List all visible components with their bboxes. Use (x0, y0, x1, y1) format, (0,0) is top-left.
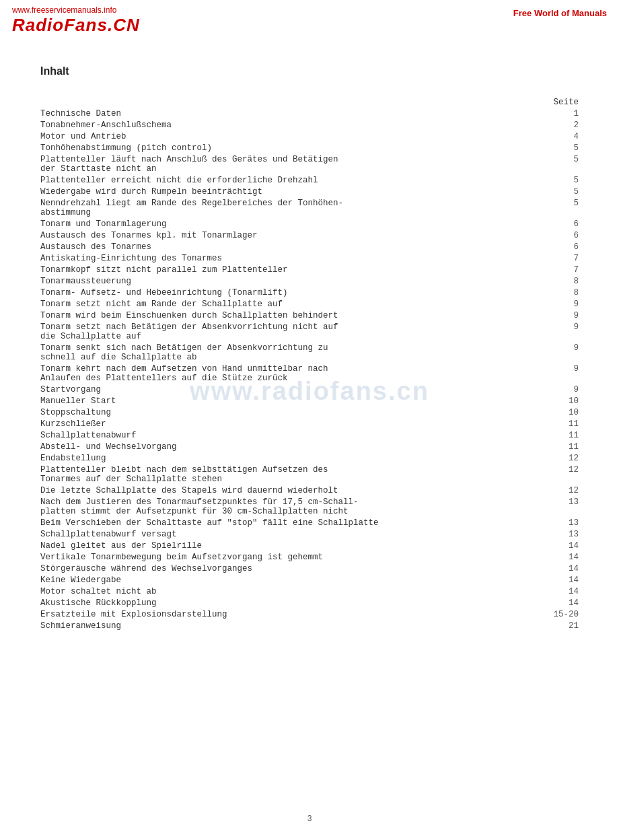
toc-page-number: 14 (548, 586, 579, 597)
toc-row: Tonhöhenabstimmung (pitch control)5 (40, 142, 579, 153)
toc-row: Tonarmaussteuerung8 (40, 275, 579, 287)
toc-row: Tonarm- Aufsetz- und Hebeeinrichtung (To… (40, 287, 579, 298)
toc-page-number: 12 (548, 452, 579, 464)
toc-entry-text: Schallplattenabwurf versagt (40, 528, 548, 540)
toc-row: Vertikale Tonarmbewegung beim Aufsetzvor… (40, 551, 579, 563)
toc-entry-text: Vertikale Tonarmbewegung beim Aufsetzvor… (40, 551, 548, 563)
toc-page-number: 13 (548, 528, 579, 540)
toc-row: Die letzte Schallplatte des Stapels wird… (40, 485, 579, 496)
toc-row: Austausch des Tonarmes kpl. mit Tonarmla… (40, 230, 579, 241)
toc-page-number: 5 (548, 174, 579, 186)
toc-entry-text: Tonarmaussteuerung (40, 275, 548, 287)
website-url: www.freeservicemanuals.info (12, 5, 140, 15)
toc-row: Tonarm wird beim Einschuenken durch Scha… (40, 310, 579, 321)
toc-row: Tonarm und Tonarmlagerung6 (40, 218, 579, 230)
toc-entry-text: Schmieranweisung (40, 620, 548, 631)
toc-row: Manueller Start10 (40, 395, 579, 407)
toc-entry-text: Schallplattenabwurf (40, 429, 548, 441)
toc-row: Abstell- und Wechselvorgang11 (40, 441, 579, 452)
toc-page-number: 14 (548, 563, 579, 574)
toc-row: Stoppschaltung10 (40, 407, 579, 418)
toc-entry-text: Wiedergabe wird durch Rumpeln beeinträch… (40, 186, 548, 197)
toc-page-number: 12 (548, 464, 579, 485)
toc-row: Ersatzteile mit Explosionsdarstellung15-… (40, 608, 579, 620)
seite-header: Seite (548, 96, 579, 108)
toc-row: Tonarm kehrt nach dem Aufsetzen von Hand… (40, 363, 579, 384)
header-left: www.freeservicemanuals.info RadioFans.CN (12, 5, 140, 36)
toc-row: Schallplattenabwurf versagt13 (40, 528, 579, 540)
toc-row: Wiedergabe wird durch Rumpeln beeinträch… (40, 186, 579, 197)
toc-page-number: 7 (548, 264, 579, 275)
toc-entry-text: Plattenteller läuft nach Anschluß des Ge… (40, 153, 548, 174)
toc-entry-text: Technische Daten (40, 108, 548, 119)
toc-page-number: 2 (548, 119, 579, 131)
toc-entry-text: Tonarm und Tonarmlagerung (40, 218, 548, 230)
toc-row: Technische Daten1 (40, 108, 579, 119)
toc-entry-text: Startvorgang (40, 384, 548, 395)
toc-table: Seite Technische Daten1Tonabnehmer-Ansch… (40, 96, 579, 631)
toc-row: Kurzschließer11 (40, 418, 579, 429)
toc-row: Schmieranweisung21 (40, 620, 579, 631)
toc-row: Motor und Antrieb4 (40, 131, 579, 142)
toc-entry-text: Endabstellung (40, 452, 548, 464)
toc-entry-text: Plattenteller bleibt nach dem selbsttäti… (40, 464, 548, 485)
toc-row: Nach dem Justieren des Tonarmaufsetzpunk… (40, 496, 579, 517)
toc-entry-text: Abstell- und Wechselvorgang (40, 441, 548, 452)
toc-entry-text: Manueller Start (40, 395, 548, 407)
toc-entry-text: Tonarm senkt sich nach Betätigen der Abs… (40, 342, 548, 363)
toc-page-number: 10 (548, 395, 579, 407)
toc-entry-text: Stoppschaltung (40, 407, 548, 418)
toc-row: Tonabnehmer-Anschlußschema2 (40, 119, 579, 131)
toc-entry-text: Tonhöhenabstimmung (pitch control) (40, 142, 548, 153)
toc-page-number: 15-20 (548, 608, 579, 620)
toc-row: Austausch des Tonarmes6 (40, 241, 579, 252)
toc-entry-text: Antiskating-Einrichtung des Tonarmes (40, 252, 548, 264)
footer: 3 (0, 814, 619, 824)
toc-entry-text: Tonarm setzt nach Betätigen der Absenkvo… (40, 321, 548, 342)
toc-page-number: 14 (548, 574, 579, 586)
toc-page-number: 9 (548, 363, 579, 384)
toc-entry-text: Nach dem Justieren des Tonarmaufsetzpunk… (40, 496, 548, 517)
toc-entry-text: Die letzte Schallplatte des Stapels wird… (40, 485, 548, 496)
toc-entry-text: Akustische Rückkopplung (40, 597, 548, 608)
toc-entry-text: Ersatzteile mit Explosionsdarstellung (40, 608, 548, 620)
toc-row: Schallplattenabwurf11 (40, 429, 579, 441)
logo: RadioFans.CN (12, 15, 140, 36)
toc-entry-text: Nadel gleitet aus der Spielrille (40, 540, 548, 551)
toc-row: Startvorgang9 (40, 384, 579, 395)
toc-page-number: 9 (548, 298, 579, 310)
toc-page-number: 6 (548, 218, 579, 230)
toc-page-number: 5 (548, 142, 579, 153)
page-header: www.freeservicemanuals.info RadioFans.CN… (0, 0, 619, 38)
toc-entry-text: Tonarm- Aufsetz- und Hebeeinrichtung (To… (40, 287, 548, 298)
toc-page-number: 4 (548, 131, 579, 142)
toc-page-number: 21 (548, 620, 579, 631)
toc-entry-text: Plattenteller erreicht nicht die erforde… (40, 174, 548, 186)
toc-page-number: 14 (548, 540, 579, 551)
toc-page-number: 12 (548, 485, 579, 496)
toc-page-number: 6 (548, 230, 579, 241)
toc-row: Keine Wiedergabe14 (40, 574, 579, 586)
page-number: 3 (307, 814, 312, 824)
toc-page-number: 5 (548, 153, 579, 174)
toc-page-number: 14 (548, 597, 579, 608)
toc-page-number: 9 (548, 310, 579, 321)
toc-row: Endabstellung12 (40, 452, 579, 464)
toc-page-number: 5 (548, 197, 579, 218)
header-tagline: Free World of Manuals (513, 5, 607, 18)
toc-row: Tonarm senkt sich nach Betätigen der Abs… (40, 342, 579, 363)
toc-page-number: 14 (548, 551, 579, 563)
toc-page-number: 10 (548, 407, 579, 418)
page-title: Inhalt (40, 65, 579, 77)
toc-entry-text: Tonarm kehrt nach dem Aufsetzen von Hand… (40, 363, 548, 384)
toc-row: Plattenteller erreicht nicht die erforde… (40, 174, 579, 186)
toc-entry-text: Motor und Antrieb (40, 131, 548, 142)
toc-page-number: 8 (548, 287, 579, 298)
toc-row: Tonarm setzt nach Betätigen der Absenkvo… (40, 321, 579, 342)
toc-page-number: 9 (548, 321, 579, 342)
toc-page-number: 13 (548, 517, 579, 528)
toc-page-number: 9 (548, 384, 579, 395)
toc-page-number: 7 (548, 252, 579, 264)
toc-entry-text: Kurzschließer (40, 418, 548, 429)
toc-row: Tonarm setzt nicht am Rande der Schallpl… (40, 298, 579, 310)
